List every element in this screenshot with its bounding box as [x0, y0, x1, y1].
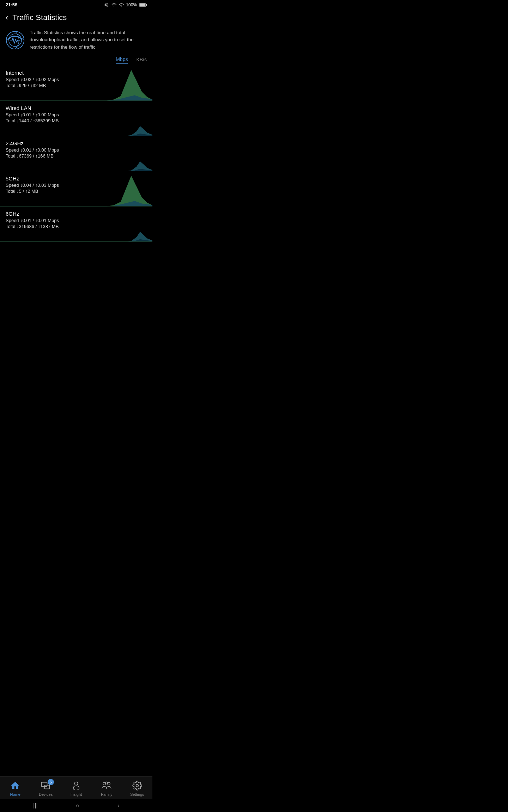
traffic-stats-icon [6, 31, 25, 50]
traffic-item: Wired LANSpeed ↓0.01 / ↑0.00 MbpsTotal ↓… [0, 101, 152, 136]
signal-icon [119, 2, 124, 7]
battery-icon [139, 3, 147, 7]
info-description: Traffic Statistics shows the real-time a… [30, 29, 147, 51]
wifi-icon [111, 2, 117, 7]
page-header: ‹ Traffic Statistics [0, 10, 152, 26]
back-button[interactable]: ‹ [6, 13, 8, 22]
traffic-chart [107, 136, 152, 171]
info-section: Traffic Statistics shows the real-time a… [0, 26, 152, 56]
traffic-list: InternetSpeed ↓0.03 / ↑0.02 MbpsTotal ↓9… [0, 66, 152, 281]
kbs-button[interactable]: KB/s [136, 57, 147, 64]
traffic-item: 6GHzSpeed ↓0.01 / ↑0.01 MbpsTotal ↓31968… [0, 207, 152, 242]
svg-rect-1 [139, 3, 145, 6]
unit-toggle: Mbps KB/s [0, 56, 152, 66]
status-time: 21:58 [6, 2, 17, 7]
svg-rect-2 [146, 4, 147, 6]
mute-icon [104, 2, 109, 7]
status-bar: 21:58 100% [0, 0, 152, 10]
status-right: 100% [104, 2, 147, 7]
traffic-chart [107, 66, 152, 100]
traffic-item: 5GHzSpeed ↓0.04 / ↑0.03 MbpsTotal ↓5 / ↑… [0, 171, 152, 207]
traffic-chart [107, 101, 152, 136]
page-title: Traffic Statistics [12, 13, 67, 22]
traffic-item: InternetSpeed ↓0.03 / ↑0.02 MbpsTotal ↓9… [0, 66, 152, 101]
traffic-chart [107, 171, 152, 206]
traffic-item: 2.4GHzSpeed ↓0.01 / ↑0.00 MbpsTotal ↓673… [0, 136, 152, 171]
battery-text: 100% [126, 2, 137, 7]
traffic-chart [107, 207, 152, 241]
mbps-button[interactable]: Mbps [116, 56, 128, 64]
